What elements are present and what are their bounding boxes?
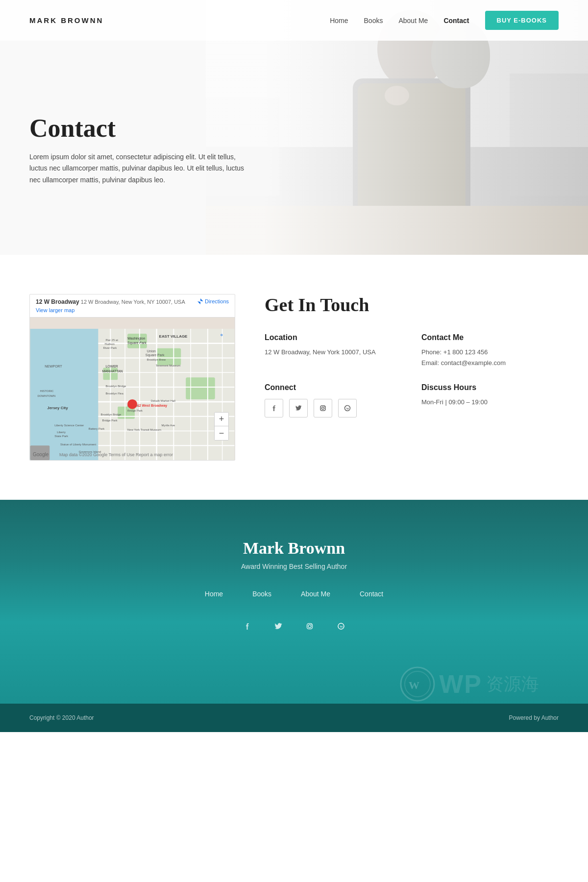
map-zoom-in[interactable]: + xyxy=(215,413,228,426)
svg-text:Square Park: Square Park xyxy=(146,353,165,357)
footer-wordpress-icon[interactable]: W xyxy=(332,617,350,635)
svg-text:Brooklyn Bridge: Brooklyn Bridge xyxy=(100,413,122,416)
svg-text:W: W xyxy=(340,625,343,629)
footer-facebook-icon[interactable] xyxy=(238,617,256,635)
svg-text:Union: Union xyxy=(147,349,156,353)
map-svg: NEWPORT HISTORIC DOWNTOWN Jersey City Pi… xyxy=(30,329,235,460)
svg-rect-14 xyxy=(157,348,181,366)
svg-text:State Park: State Park xyxy=(54,435,68,438)
footer-bottom: Copyright © 2020 Author Powered by Autho… xyxy=(0,704,588,732)
svg-text:Square Park: Square Park xyxy=(127,341,147,345)
contact-email: Email: contact@example.com xyxy=(421,358,559,368)
hours-label: Discuss Hours xyxy=(421,383,559,392)
wp-logo-svg: W xyxy=(400,666,435,702)
footer: Mark Brownn Award Winning Best Selling A… xyxy=(0,500,588,704)
touch-grid: Location 12 W Broadway, New York 10007, … xyxy=(265,333,559,417)
nav-home[interactable]: Home xyxy=(330,17,348,24)
footer-instagram-icon[interactable] xyxy=(301,617,318,635)
contact-section: 12 W Broadway 12 W Broadway, New York, N… xyxy=(0,255,588,500)
map-label-bar: 12 W Broadway 12 W Broadway, New York, N… xyxy=(30,294,235,318)
instagram-icon[interactable] xyxy=(314,399,332,417)
contact-me-label: Contact Me xyxy=(421,333,559,342)
social-icons: W xyxy=(265,399,402,417)
map-google-logo: Google xyxy=(33,452,49,457)
svg-point-70 xyxy=(322,407,324,410)
footer-tagline: Award Winning Best Selling Author xyxy=(29,563,559,570)
hours-group: Discuss Hours Mon-Fri | 09:00 – 19:00 xyxy=(421,383,559,417)
buy-ebooks-button[interactable]: BUY E-BOOKS xyxy=(485,11,559,30)
svg-point-75 xyxy=(308,625,311,628)
svg-text:Battery Park: Battery Park xyxy=(89,427,105,430)
footer-copyright: Copyright © 2020 Author xyxy=(29,714,94,721)
svg-text:NEWPORT: NEWPORT xyxy=(45,365,62,368)
svg-text:River Park: River Park xyxy=(103,346,117,349)
footer-twitter-icon[interactable] xyxy=(270,617,287,635)
svg-text:Pier 25 at: Pier 25 at xyxy=(105,339,118,342)
map-address-short: 12 W Broadway xyxy=(36,298,79,305)
svg-marker-10 xyxy=(197,298,203,304)
svg-text:Brooklyn Flea: Brooklyn Flea xyxy=(105,392,123,395)
hero-content: Contact Lorem ipsum dolor sit amet, cons… xyxy=(29,114,255,186)
nav-about[interactable]: About Me xyxy=(398,17,428,24)
svg-text:Tenement Museum: Tenement Museum xyxy=(156,364,181,367)
wp-chinese: 资源海 xyxy=(486,672,539,696)
svg-text:Jersey City: Jersey City xyxy=(47,406,68,410)
location-label: Location xyxy=(265,333,402,342)
connect-group: Connect xyxy=(265,383,402,417)
map-container[interactable]: 12 W Broadway 12 W Broadway, New York, N… xyxy=(29,294,235,461)
svg-text:MANHATTAN: MANHATTAN xyxy=(102,369,122,373)
hero-description: Lorem ipsum dolor sit amet, consectetur … xyxy=(29,151,255,186)
twitter-icon[interactable] xyxy=(289,399,308,417)
map-directions[interactable]: Directions xyxy=(197,298,229,304)
svg-text:Liberty Science Center: Liberty Science Center xyxy=(54,424,84,427)
footer-nav: Home Books About Me Contact xyxy=(29,590,559,598)
footer-name: Mark Brownn xyxy=(29,539,559,558)
svg-text:W: W xyxy=(409,679,419,691)
svg-text:HISTORIC: HISTORIC xyxy=(40,390,54,392)
main-nav: Home Books About Me Contact BUY E-BOOKS xyxy=(330,11,559,30)
svg-text:12 West Broadway: 12 West Broadway xyxy=(137,404,167,408)
location-group: Location 12 W Broadway, New York 10007, … xyxy=(265,333,402,368)
facebook-icon[interactable] xyxy=(265,399,283,417)
connect-label: Connect xyxy=(265,383,402,392)
footer-nav-home[interactable]: Home xyxy=(205,590,223,598)
svg-text:Liberty: Liberty xyxy=(57,431,66,434)
svg-text:Hudson: Hudson xyxy=(104,343,114,345)
nav-contact[interactable]: Contact xyxy=(443,17,469,24)
footer-nav-contact[interactable]: Contact xyxy=(360,590,383,598)
map-larger-link[interactable]: View larger map xyxy=(36,307,229,313)
map-zoom-controls[interactable]: + − xyxy=(214,412,229,441)
svg-text:⬦: ⬦ xyxy=(220,332,223,337)
map-zoom-out[interactable]: − xyxy=(215,426,228,440)
footer-watermark: W WP 资源海 xyxy=(29,664,559,704)
map-copyright: Map data ©2020 Google Terms of Use Repor… xyxy=(59,452,173,457)
svg-point-76 xyxy=(311,624,312,625)
wordpress-icon[interactable]: W xyxy=(338,399,357,417)
svg-text:Brooklyn Bridge: Brooklyn Bridge xyxy=(105,385,126,388)
contact-me-group: Contact Me Phone: +1 800 123 456 Email: … xyxy=(421,333,559,368)
svg-text:Statue of Liberty Monument: Statue of Liberty Monument xyxy=(60,443,96,446)
location-value: 12 W Broadway, New York 10007, USA xyxy=(265,347,402,358)
logo: MARK BROWNN xyxy=(29,16,103,24)
contact-phone: Phone: +1 800 123 456 xyxy=(421,347,559,358)
svg-point-71 xyxy=(324,406,325,407)
hero-title: Contact xyxy=(29,114,255,143)
svg-text:DOWNTOWN: DOWNTOWN xyxy=(37,394,55,397)
svg-text:Washington: Washington xyxy=(127,337,146,341)
svg-text:Bridge Park: Bridge Park xyxy=(127,409,143,412)
header: MARK BROWNN Home Books About Me Contact … xyxy=(0,0,588,41)
svg-text:EAST VILLAGE: EAST VILLAGE xyxy=(159,334,188,339)
svg-text:W: W xyxy=(346,407,349,410)
svg-point-63 xyxy=(127,399,137,409)
footer-social: W xyxy=(29,617,559,635)
get-in-touch: Get In Touch Location 12 W Broadway, New… xyxy=(265,294,559,417)
footer-powered: Powered by Author xyxy=(509,714,559,721)
wp-text: WP xyxy=(439,669,482,699)
footer-nav-books[interactable]: Books xyxy=(252,590,271,598)
nav-books[interactable]: Books xyxy=(364,17,383,24)
footer-nav-about[interactable]: About Me xyxy=(301,590,330,598)
map-address-full: 12 W Broadway, New York, NY 10007, USA xyxy=(81,299,185,305)
svg-text:Myrtle Ave: Myrtle Ave xyxy=(162,424,175,427)
svg-text:Dekalb Market Hall: Dekalb Market Hall xyxy=(151,399,175,402)
svg-text:Brooklyn Brew: Brooklyn Brew xyxy=(147,358,166,361)
